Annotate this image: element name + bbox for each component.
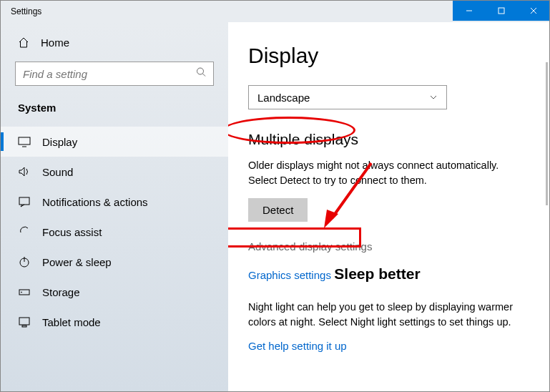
svg-rect-14: [22, 325, 26, 327]
home-link[interactable]: Home: [1, 36, 228, 62]
detect-button[interactable]: Detect: [248, 198, 308, 222]
nav-label: Focus assist: [42, 226, 102, 238]
scrollbar[interactable]: [546, 62, 548, 205]
sound-icon: [18, 165, 31, 178]
focus-icon: [18, 225, 31, 238]
window-controls: [453, 1, 549, 21]
nav-label: Power & sleep: [42, 256, 112, 268]
dropdown-value: Landscape: [257, 92, 310, 104]
nav-item-notifications[interactable]: Notifications & actions: [1, 187, 228, 217]
home-label: Home: [41, 36, 69, 49]
search-input[interactable]: [15, 62, 214, 86]
home-icon: [18, 37, 29, 49]
svg-point-12: [21, 292, 22, 293]
nav-item-display[interactable]: Display: [1, 127, 228, 157]
svg-rect-1: [499, 8, 504, 14]
sidebar: Home System Display Sound Notifications …: [1, 22, 228, 391]
minimize-button[interactable]: [453, 1, 485, 21]
main-content: Display Landscape Multiple displays Olde…: [228, 22, 549, 391]
search-wrap: [15, 62, 214, 86]
orientation-dropdown[interactable]: Landscape: [248, 85, 447, 109]
svg-point-4: [197, 68, 204, 74]
titlebar: Settings: [1, 1, 549, 22]
category-title: System: [1, 102, 228, 127]
graphics-settings-link[interactable]: Graphics settings: [248, 269, 331, 281]
svg-rect-13: [19, 318, 29, 325]
sleep-better-heading: Sleep better: [334, 265, 420, 283]
chevron-down-icon: [429, 92, 438, 104]
nav-item-storage[interactable]: Storage: [1, 277, 228, 307]
nav-item-sound[interactable]: Sound: [1, 157, 228, 187]
tablet-icon: [18, 315, 31, 328]
close-button[interactable]: [517, 1, 549, 21]
page-title: Display: [248, 44, 529, 68]
window-title: Settings: [1, 6, 41, 16]
svg-marker-16: [324, 210, 338, 228]
svg-line-5: [203, 74, 206, 77]
sleep-better-body: Night light can help you get to sleep by…: [248, 300, 529, 330]
svg-rect-8: [19, 197, 29, 205]
nav-item-focus[interactable]: Focus assist: [1, 217, 228, 247]
nav-label: Display: [42, 136, 77, 148]
nav-item-power[interactable]: Power & sleep: [1, 247, 228, 277]
nav-label: Storage: [42, 286, 80, 298]
power-icon: [18, 255, 31, 268]
notifications-icon: [18, 195, 31, 208]
display-icon: [18, 135, 31, 148]
storage-icon: [18, 285, 31, 298]
nav-label: Sound: [42, 166, 73, 178]
maximize-button[interactable]: [485, 1, 517, 21]
nav-label: Tablet mode: [42, 316, 101, 328]
nav-item-tablet[interactable]: Tablet mode: [1, 307, 228, 337]
nav-label: Notifications & actions: [42, 196, 148, 208]
multiple-displays-heading: Multiple displays: [248, 131, 358, 148]
sleep-help-link[interactable]: Get help setting it up: [248, 340, 347, 352]
svg-rect-6: [19, 137, 30, 144]
advanced-display-link[interactable]: Advanced display settings: [248, 240, 372, 253]
search-icon: [196, 67, 207, 81]
multiple-displays-body: Older displays might not always connect …: [248, 158, 529, 188]
